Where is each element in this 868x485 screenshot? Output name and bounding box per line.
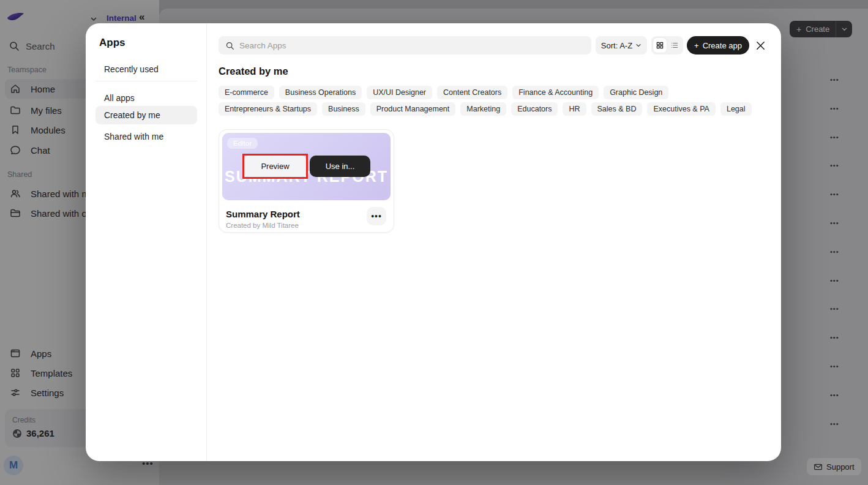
category-chip[interactable]: Content Creators [437,86,507,99]
category-chip[interactable]: Finance & Accounting [512,86,599,99]
category-chip[interactable]: E-commerce [219,86,274,99]
highlight-box: Preview [242,154,308,179]
close-button[interactable] [754,39,766,51]
category-chip[interactable]: Marketing [460,102,506,116]
list-view-icon [670,41,679,50]
category-chip[interactable]: Sales & BD [591,102,643,116]
apps-search-bar[interactable] [219,36,591,55]
app-card-more-button[interactable]: ••• [367,207,386,225]
category-chip[interactable]: Business Operations [279,86,362,99]
category-chip[interactable]: Educators [511,102,558,116]
category-chip[interactable]: Product Management [370,102,456,116]
apps-search-input[interactable] [239,41,591,50]
nav-item-recently-used[interactable]: Recently used [95,60,197,78]
category-chip[interactable]: Legal [720,102,752,116]
close-icon [755,40,766,51]
app-root: Internal « Search Teamspace Home My file… [0,0,868,485]
view-toggle [651,36,683,55]
search-icon [225,41,234,50]
sort-dropdown[interactable]: Sort: A-Z [596,36,647,55]
category-chip[interactable]: Executives & PA [647,102,715,116]
create-app-label: Create app [703,41,742,50]
divider [95,81,197,81]
sort-label: Sort: A-Z [601,41,632,50]
app-card-title: Summary Report [226,209,300,219]
preview-button[interactable]: Preview [244,156,306,177]
editor-badge: Editor [227,138,258,149]
apps-modal-nav: Apps Recently used All apps Created by m… [86,23,207,461]
app-card-thumbnail[interactable]: SUMMARY REPORT Editor Preview Use in... [222,133,391,200]
grid-view-icon [656,41,664,50]
category-chip[interactable]: UX/UI Designer [367,86,432,99]
nav-item-created-by-me[interactable]: Created by me [95,106,197,124]
create-app-button[interactable]: + Create app [687,36,749,55]
plus-icon: + [694,41,699,50]
nav-item-shared-with-me[interactable]: Shared with me [95,127,197,146]
section-heading: Created by me [219,66,288,77]
app-card-summary-report[interactable]: SUMMARY REPORT Editor Preview Use in... … [219,129,394,233]
nav-item-all-apps[interactable]: All apps [95,89,197,107]
app-card-author: Created by Mild Titaree [226,222,299,229]
category-chip[interactable]: Entrepreneurs & Startups [219,102,317,116]
modal-title: Apps [99,37,125,49]
category-chip[interactable]: HR [563,102,586,116]
category-chip[interactable]: Graphic Design [604,86,668,99]
use-in-button[interactable]: Use in... [310,156,370,177]
chevron-down-icon [635,42,642,48]
category-chip[interactable]: Business [322,102,365,116]
category-chips: E-commerceBusiness OperationsUX/UI Desig… [219,86,772,116]
grid-view-button[interactable] [653,38,667,53]
list-view-button[interactable] [668,38,681,53]
apps-modal: Apps Recently used All apps Created by m… [86,23,781,461]
